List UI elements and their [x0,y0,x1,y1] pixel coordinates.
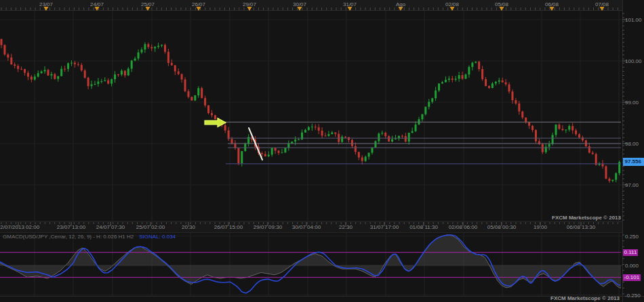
bottom-axis-time-label: 01/08 11:30 [409,224,438,230]
top-axis-date-label: 06/08 [545,1,559,7]
top-axis-date-label: 02/08 [445,1,459,7]
macd-indicator-header[interactable]: GMACD(USD/JPY ,Cerrar, 12, 26, 9) - H: 0… [3,234,176,240]
watermark-main-chart: FXCM Marketscope © 2013 [552,215,621,221]
candlestick-series [1,39,621,183]
bottom-axis-time-label: 20:30 [182,224,195,230]
top-axis-date-label: 23/07 [39,1,53,7]
top-axis-date-label: 26/07 [192,1,205,7]
top-axis-date-label: 31/07 [343,1,357,7]
chart-canvas[interactable] [0,0,644,302]
bottom-axis-time-label: 02/08 06:00 [449,224,477,230]
user-drawn-levels[interactable] [225,122,621,164]
price-axis-label: 99.00 [625,100,639,106]
price-axis[interactable]: 97.556 101.00100.0099.0098.0097.00 [622,0,644,230]
watermark-macd-panel: FXCM Marketscope © 2013 [550,295,620,301]
bottom-axis-time-label: 31/07 17:00 [370,224,399,230]
price-axis-label: 97.00 [625,182,639,188]
macd-indicator-name: GMACD(USD/JPY ,Cerrar, 12, 26, 9) - H: 0… [3,234,134,240]
bottom-axis-time-label: 22:30 [339,224,353,230]
current-price-label: 97.556 [623,158,644,166]
macd-threshold-value-label: 0.111 [623,249,639,256]
bottom-axis-time-label: 25/07 02:00 [136,224,165,230]
top-axis-date-label: 24/07 [90,1,104,7]
macd-axis-label: -0.250 [625,293,641,299]
bottom-axis-time-label: 22/07/2013 02:00 [0,224,39,230]
price-axis-label: 101.00 [625,17,641,23]
bottom-axis-time-label: 29/07 09:30 [254,224,282,230]
macd-panel [0,235,621,293]
bottom-axis-time-label: 26/07 15:00 [214,224,243,230]
top-axis-date-label: 07/08 [595,1,609,7]
top-axis-date-label: 29/07 [243,1,256,7]
axis-strip-backgrounds [0,0,622,233]
bottom-axis-time-label: 05/08 00:30 [487,224,516,230]
top-axis-date-label: Ago [396,1,405,7]
bottom-axis-time-label: 30/07 04:00 [292,224,321,230]
bottom-axis-time-label: 06/08 13:30 [567,224,595,230]
user-drawings[interactable] [205,118,262,160]
top-axis-date-label: 05/08 [495,1,508,7]
time-axis-bottom[interactable]: 22/07/2013 02:0023/07 13:0024/07 07:3025… [0,221,622,233]
bottom-axis-time-label: 24/07 07:30 [96,224,125,230]
fxcm-marketscope-window: 23/0724/0725/0726/0729/0730/0731/07Ago02… [0,0,644,302]
macd-axis-label: 0.000 [625,263,639,269]
macd-signal-value: SIGNAL: 0.034 [139,234,176,240]
time-axis-top[interactable]: 23/0724/0725/0726/0729/0730/0731/07Ago02… [0,0,622,11]
price-axis-label: 100.00 [625,58,641,64]
top-axis-date-label: 30/07 [293,1,306,7]
macd-threshold-value-label: -0.101 [623,274,641,281]
macd-axis-label: 0.250 [625,234,639,240]
price-axis-label: 98.00 [625,141,639,147]
bottom-axis-time-label: 19:00 [534,224,547,230]
gridlines [0,11,622,296]
top-axis-date-label: 25/07 [141,1,155,7]
macd-value-axis[interactable]: 0.2500.1110.000-0.101-0.250 [622,230,644,302]
bottom-axis-time-label: 23/07 13:00 [57,224,85,230]
